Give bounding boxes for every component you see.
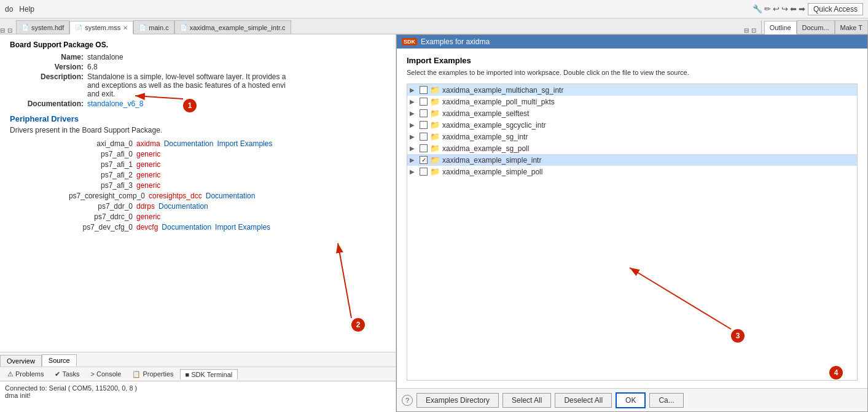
select-all-button[interactable]: Select All <box>502 393 551 408</box>
annotation-2: 2 <box>351 318 365 332</box>
list-item[interactable]: ▶ 📁 xaxidma_example_sg_poll <box>407 142 857 154</box>
tab-label: xaxidma_example_simple_intr.c <box>190 24 286 31</box>
info-row-version: Version: 6.8 <box>22 63 386 71</box>
table-row: ps7_afi_3 generic <box>22 181 386 190</box>
doc-link[interactable]: standalone_v6_8 <box>87 99 143 108</box>
deselect-all-button[interactable]: Deselect All <box>555 393 612 408</box>
maximize-icon[interactable]: ⊡ <box>7 27 12 34</box>
doc-link-ddr[interactable]: Documentation <box>158 202 208 211</box>
list-item[interactable]: ▶ 📁 xaxidma_example_selftest <box>407 107 857 119</box>
left-panel: Board Support Package OS. Name: standalo… <box>0 34 396 412</box>
driver-table: axi_dma_0 axidma Documentation Import Ex… <box>22 139 386 231</box>
tab-source[interactable]: Source <box>42 354 77 367</box>
example-checkbox[interactable] <box>420 144 428 152</box>
tab-make-t[interactable]: Make T <box>835 20 868 34</box>
example-checkbox[interactable] <box>420 121 428 129</box>
example-label: xaxidma_example_simple_intr <box>442 156 541 165</box>
list-item[interactable]: ▶ 📁 xaxidma_example_simple_poll <box>407 166 857 177</box>
tab-icon: 📄 <box>22 24 29 31</box>
doc-link-coresight[interactable]: Documentation <box>206 192 256 200</box>
table-row: ps7_dev_cfg_0 devcfg Documentation Impor… <box>22 223 386 231</box>
example-checkbox[interactable] <box>420 86 428 94</box>
console-line1: Connected to: Serial ( COM5, 115200, 0, … <box>5 384 391 392</box>
table-row: ps7_afi_2 generic <box>22 171 386 179</box>
example-checkbox[interactable] <box>420 133 428 141</box>
toolbar-icon-3[interactable]: ↩ <box>773 4 780 14</box>
table-row: axi_dma_0 axidma Documentation Import Ex… <box>22 139 386 148</box>
list-item[interactable]: ▶ 📁 xaxidma_example_poll_multi_pkts <box>407 96 857 107</box>
tab-system-hdf[interactable]: 📄 system.hdf <box>16 20 69 34</box>
minimize-icon[interactable]: ⊟ <box>0 27 5 34</box>
dialog-titlebar: SDK Examples for axidma <box>397 35 867 49</box>
driver-name: ps7_ddr_0 <box>22 202 133 211</box>
tab-docum[interactable]: Docum... <box>797 20 835 34</box>
table-row: ps7_afi_0 generic <box>22 150 386 158</box>
toolbar-icon-6[interactable]: ➡ <box>799 4 805 14</box>
dialog-footer: ? Examples Directory Select All Deselect… <box>397 388 867 411</box>
driver-type: generic <box>136 212 160 221</box>
tab-xaxidma-c[interactable]: 📄 xaxidma_example_simple_intr.c <box>174 20 291 34</box>
list-item[interactable]: ▶ 📁 xaxidma_example_sg_intr <box>407 131 857 142</box>
toolbar-icon-2[interactable]: ✏ <box>764 4 771 14</box>
toolbar-icon-5[interactable]: ⬅ <box>790 4 797 14</box>
quick-access-box[interactable]: Quick Access <box>808 3 863 15</box>
examples-directory-button[interactable]: Examples Directory <box>416 393 499 408</box>
tab-maximize[interactable]: ⊡ <box>751 27 756 34</box>
help-icon[interactable]: ? <box>402 395 413 406</box>
example-label: xaxidma_example_sg_intr <box>442 133 528 141</box>
peripheral-desc: Drivers present in the Board Support Pac… <box>10 126 386 134</box>
info-row-name: Name: standalone <box>22 53 386 61</box>
dialog-body: Import Examples Select the examples to b… <box>397 49 867 388</box>
toolbar-icon-1[interactable]: 🔧 <box>753 4 762 14</box>
console-line2: dma init! <box>5 392 391 399</box>
example-checkbox[interactable] <box>420 109 428 117</box>
info-table: Name: standalone Version: 6.8 Descriptio… <box>22 53 386 108</box>
example-label: xaxidma_example_multichan_sg_intr <box>442 86 563 95</box>
bottom-tab-properties[interactable]: 📋 Properties <box>127 369 178 379</box>
doc-link-axidma[interactable]: Documentation <box>164 139 214 148</box>
tab-label: system.mss <box>85 24 120 31</box>
list-item[interactable]: ▶ ✓ 📁 xaxidma_example_simple_intr <box>407 154 857 166</box>
bottom-tab-console[interactable]: > Console <box>86 369 127 379</box>
tab-outline[interactable]: Outline <box>764 21 797 34</box>
example-label: xaxidma_example_simple_poll <box>442 168 542 176</box>
tab-overview[interactable]: Overview <box>0 355 42 367</box>
tab-minimize[interactable]: ⊟ <box>744 27 749 34</box>
tab-bar: ⊟ ⊡ 📄 system.hdf 📄 system.mss ✕ 📄 main.c… <box>0 18 868 34</box>
bottom-tab-problems[interactable]: ⚠ Problems <box>2 369 49 379</box>
bottom-tab-tasks[interactable]: ✔ Tasks <box>50 369 84 379</box>
example-checkbox[interactable] <box>420 98 428 106</box>
driver-type: axidma <box>136 139 160 148</box>
example-checkbox[interactable]: ✓ <box>420 156 428 164</box>
driver-name: ps7_afi_3 <box>22 181 133 190</box>
example-label: xaxidma_example_sgcyclic_intr <box>442 121 546 130</box>
tab-system-mss[interactable]: 📄 system.mss ✕ <box>69 21 133 34</box>
folder-icon: 📁 <box>430 120 440 130</box>
dialog-title-icon: SDK <box>402 38 417 45</box>
doc-value: standalone_v6_8 <box>87 99 143 108</box>
menu-help[interactable]: Help <box>19 5 34 14</box>
toolbar-icons: 🔧 ✏ ↩ ↪ ⬅ ➡ <box>753 4 805 14</box>
name-label: Name: <box>22 53 84 61</box>
driver-type: generic <box>136 150 160 158</box>
expand-arrow-icon: ▶ <box>410 133 417 140</box>
list-item[interactable]: ▶ 📁 xaxidma_example_multichan_sg_intr <box>407 84 857 96</box>
expand-arrow-icon: ▶ <box>410 98 417 105</box>
import-link-axidma[interactable]: Import Examples <box>217 139 272 148</box>
folder-icon: 📁 <box>430 132 440 141</box>
menu-do[interactable]: do <box>5 5 13 14</box>
toolbar-icon-4[interactable]: ↪ <box>781 4 788 14</box>
ok-button[interactable]: OK <box>616 392 646 408</box>
dialog-heading: Import Examples <box>407 56 858 65</box>
name-value: standalone <box>87 53 123 61</box>
bottom-tab-sdk-terminal[interactable]: ■ SDK Terminal <box>180 369 238 379</box>
doc-link-devcfg[interactable]: Documentation <box>162 223 211 231</box>
tab-close-icon[interactable]: ✕ <box>123 25 128 31</box>
cancel-button[interactable]: Ca... <box>649 393 683 408</box>
tab-main-c[interactable]: 📄 main.c <box>133 20 174 34</box>
tab-icon: 📄 <box>75 25 82 31</box>
list-item[interactable]: ▶ 📁 xaxidma_example_sgcyclic_intr <box>407 119 857 131</box>
driver-name: ps7_afi_0 <box>22 150 133 158</box>
example-checkbox[interactable] <box>420 168 428 176</box>
import-link-devcfg[interactable]: Import Examples <box>215 223 270 231</box>
